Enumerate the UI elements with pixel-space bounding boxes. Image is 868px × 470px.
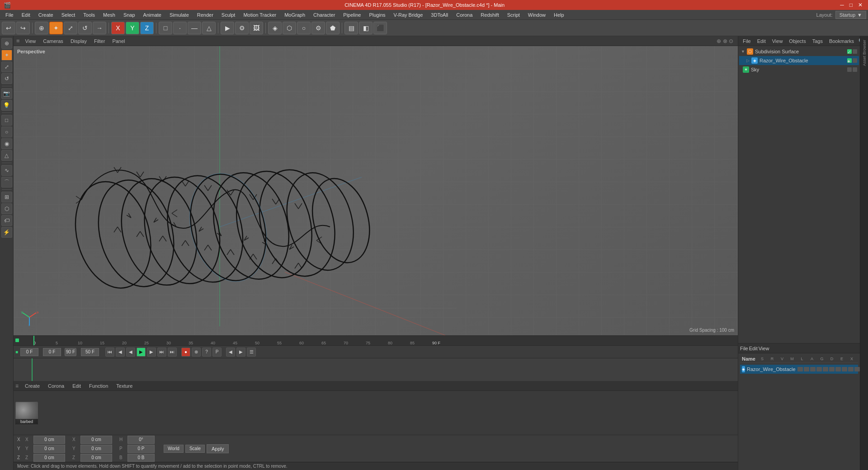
toolbox-effector[interactable]: ⚡ <box>1 227 12 238</box>
attr-s[interactable] <box>797 367 803 371</box>
menu-pipeline[interactable]: Pipeline <box>340 11 364 19</box>
obj-checkmark-razor[interactable]: ● <box>847 58 852 63</box>
om-bookmarks[interactable]: Bookmarks <box>826 38 857 45</box>
menu-motion-tracker[interactable]: Motion Tracker <box>240 11 280 19</box>
minimize-button[interactable]: ─ <box>838 2 846 8</box>
b-input[interactable] <box>127 454 155 462</box>
mat-edit[interactable]: Edit <box>69 382 85 390</box>
go-start-button[interactable]: ⏮ <box>105 348 114 357</box>
key-sel-button[interactable]: P <box>212 348 222 357</box>
point-mode-button[interactable]: · <box>173 22 187 34</box>
object-btn-4[interactable]: ⚙ <box>311 22 325 34</box>
coord-x-input[interactable] <box>33 436 65 444</box>
object-btn-2[interactable]: ⬡ <box>283 22 296 34</box>
material-barbed[interactable]: barbed <box>15 402 38 424</box>
attr-file[interactable]: File <box>740 346 748 351</box>
obj-sky[interactable]: ☀ Sky <box>739 65 859 74</box>
obj-checkmark-sky[interactable] <box>847 67 852 72</box>
auto-key-button[interactable]: ⊗ <box>192 348 201 357</box>
toolbox-rotate[interactable]: ↺ <box>1 73 12 84</box>
timeline-btn[interactable]: ☰ <box>247 348 256 357</box>
toolbox-move[interactable]: ✦ <box>1 50 12 61</box>
viewport-menu-icon[interactable]: ≡ <box>16 38 20 44</box>
render-settings-button[interactable]: ⚙ <box>235 22 249 34</box>
obj-vis-razor[interactable] <box>853 58 857 63</box>
viewport-panel-menu[interactable]: Panel <box>110 38 127 45</box>
menu-create[interactable]: Create <box>35 11 57 19</box>
attr-a[interactable] <box>829 367 835 371</box>
play-button[interactable]: ▶ <box>137 348 146 357</box>
om-tags[interactable]: Tags <box>810 38 826 45</box>
view-btn-2[interactable]: ◧ <box>359 22 373 34</box>
menu-script[interactable]: Script <box>504 11 524 19</box>
menu-vray[interactable]: V-Ray Bridge <box>390 11 427 19</box>
menu-redshift[interactable]: Redshift <box>477 11 502 19</box>
coord-z-input[interactable] <box>33 454 65 462</box>
view-btn-3[interactable]: ⬛ <box>373 22 387 34</box>
menu-file[interactable]: File <box>2 11 17 19</box>
viewport-icons[interactable]: ⊕ ⊗ ⊙ <box>717 38 733 44</box>
next-key-button[interactable]: ▶ <box>236 348 245 357</box>
view-btn-1[interactable]: ▤ <box>344 22 358 34</box>
menu-sculpt[interactable]: Sculpt <box>218 11 239 19</box>
sidebar-tab-browser[interactable]: Asset Browser <box>862 40 867 66</box>
attr-view[interactable]: View <box>759 346 769 351</box>
mat-create[interactable]: Create <box>21 382 43 390</box>
viewport[interactable]: ≡ View Cameras Display Filter Panel ⊕ ⊗ … <box>14 36 738 335</box>
toolbox-light[interactable]: 💡 <box>1 100 12 111</box>
window-controls[interactable]: ─ □ ✕ <box>838 2 864 8</box>
scale-button[interactable]: Scale <box>185 445 205 453</box>
layout-dropdown[interactable]: Startup ▼ <box>835 11 866 19</box>
menu-mesh[interactable]: Mesh <box>99 11 119 19</box>
toolbox-spline[interactable]: ∿ <box>1 165 12 176</box>
picture-viewer-button[interactable]: 🖼 <box>250 22 263 34</box>
rot-z-input[interactable] <box>80 454 112 462</box>
play-reverse-button[interactable]: ◀ <box>126 348 135 357</box>
toolbox-scale[interactable]: ⤢ <box>1 61 12 72</box>
viewport-filter-menu[interactable]: Filter <box>92 38 107 45</box>
redo-button[interactable]: ↪ <box>16 22 30 34</box>
rot-x-input[interactable] <box>80 436 112 444</box>
om-edit[interactable]: Edit <box>755 38 769 45</box>
menu-edit[interactable]: Edit <box>18 11 34 19</box>
prev-key-button[interactable]: ◀ <box>226 348 235 357</box>
mat-texture[interactable]: Texture <box>113 382 136 390</box>
menu-corona[interactable]: Corona <box>453 11 476 19</box>
obj-subdivision-surface[interactable]: ▼ ⬡ Subdivision Surface ✓ <box>739 47 859 56</box>
obj-vis-sky[interactable] <box>853 67 857 72</box>
toolbox-sphere[interactable]: ○ <box>1 127 12 137</box>
om-file[interactable]: File <box>740 38 754 45</box>
p-input[interactable] <box>127 445 155 453</box>
h-input[interactable] <box>127 436 155 444</box>
menu-simulate[interactable]: Simulate <box>166 11 193 19</box>
toolbox-select[interactable]: ⊕ <box>1 38 12 49</box>
toolbox-cube[interactable]: □ <box>1 115 12 126</box>
toolbox-modifier[interactable]: ⬡ <box>1 203 12 214</box>
attr-v[interactable] <box>810 367 816 371</box>
object-btn-5[interactable]: ⬟ <box>326 22 340 34</box>
attr-l[interactable] <box>823 367 828 371</box>
menu-plugins[interactable]: Plugins <box>365 11 389 19</box>
om-view[interactable]: View <box>769 38 786 45</box>
toolbox-cone[interactable]: △ <box>1 150 12 161</box>
start-frame-input[interactable] <box>43 348 61 356</box>
apply-button[interactable]: Apply <box>207 444 229 453</box>
menu-select[interactable]: Select <box>58 11 79 19</box>
mat-function[interactable]: Function <box>85 382 112 390</box>
model-mode-button[interactable]: □ <box>159 22 172 34</box>
menu-3dtoall[interactable]: 3DToAll <box>427 11 452 19</box>
viewport-display-menu[interactable]: Display <box>69 38 89 45</box>
menu-animate[interactable]: Animate <box>140 11 165 19</box>
attr-r[interactable] <box>804 367 809 371</box>
playhead[interactable] <box>33 336 34 345</box>
menu-character[interactable]: Character <box>310 11 339 19</box>
timeline-tracks[interactable] <box>14 358 738 381</box>
attr-g[interactable] <box>835 367 841 371</box>
undo-button[interactable]: ↩ <box>2 22 15 34</box>
attr-e[interactable] <box>848 367 854 371</box>
attr-x[interactable] <box>854 367 860 371</box>
obj-vis-subdivision[interactable] <box>853 49 857 54</box>
end-frame-input[interactable] <box>81 348 99 356</box>
attr-d[interactable] <box>842 367 847 371</box>
scale-button[interactable]: ⤢ <box>64 22 77 34</box>
